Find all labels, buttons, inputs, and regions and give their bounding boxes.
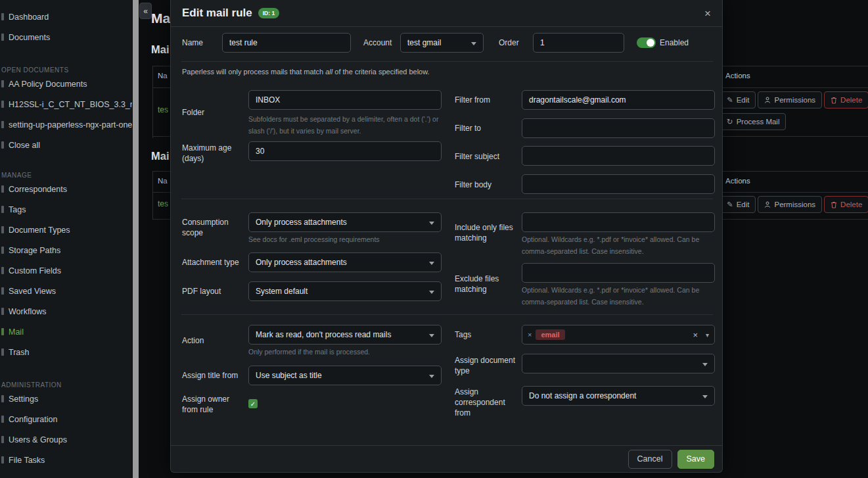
rule-edit-button[interactable]: ✎Edit: [720, 196, 756, 213]
exclude-files-input[interactable]: [522, 263, 715, 283]
assign-owner-checkbox[interactable]: [248, 399, 258, 408]
sidebar-item-open-doc-2[interactable]: H12SSL-i_C_CT_NT_BIOS_3.3_rele...: [0, 94, 132, 114]
attachment-type-value: Only process attachments: [256, 258, 347, 267]
account-delete-button[interactable]: Delete: [824, 91, 868, 108]
rules-table-border: [152, 171, 153, 219]
consumption-scope-label: Consumption scope: [182, 217, 242, 238]
paperless-app: Dashboard Documents OPEN DOCUMENTS AA Po…: [0, 0, 868, 478]
account-select[interactable]: test gmail: [400, 33, 484, 53]
account-actions: ✎Edit Permissions Delete: [720, 91, 868, 108]
sidebar-item-file-tasks[interactable]: File Tasks: [0, 450, 132, 470]
button-label: Delete: [840, 96, 862, 104]
maximum-age-input[interactable]: [248, 141, 442, 161]
action-select[interactable]: Mark as read, don't process read mails: [248, 325, 442, 345]
mail-accounts-heading: Mai: [151, 43, 170, 56]
accounts-table-border: [152, 66, 153, 138]
assign-owner-label: Assign owner from rule: [182, 394, 235, 415]
rule-permissions-button[interactable]: Permissions: [758, 196, 822, 213]
tags-clear-icon[interactable]: ×: [693, 330, 698, 340]
filter-to-input[interactable]: [522, 118, 715, 138]
dialog-header: Edit mail rule ID: 1 ×: [171, 0, 722, 27]
rule-delete-button[interactable]: Delete: [824, 196, 868, 213]
sidebar-item-open-doc-1[interactable]: AA Policy Documents: [0, 74, 132, 94]
sidebar-item-settings[interactable]: Settings: [0, 389, 132, 409]
name-input[interactable]: [222, 33, 351, 53]
sidebar-item-documents[interactable]: Documents: [0, 27, 132, 47]
pdf-layout-select[interactable]: System default: [248, 281, 442, 301]
assign-correspondent-from-value: Do not assign a correspondent: [529, 391, 636, 400]
mail-icon: [1, 328, 4, 335]
sidebar-item-users-groups[interactable]: Users & Groups: [0, 429, 132, 450]
sidebar-item-label: Users & Groups: [9, 435, 67, 444]
sidebar-item-mail[interactable]: Mail: [0, 322, 132, 342]
account-edit-button[interactable]: ✎Edit: [720, 91, 756, 108]
include-files-input[interactable]: [522, 212, 715, 232]
sidebar-item-dashboard[interactable]: Dashboard: [0, 7, 132, 27]
filter-body-input[interactable]: [522, 174, 715, 194]
order-label: Order: [499, 37, 519, 48]
divider: [181, 314, 713, 315]
sidebar-item-label: File Tasks: [9, 456, 45, 465]
workflows-icon: [1, 308, 4, 315]
sidebar-item-configuration[interactable]: Configuration: [0, 409, 132, 429]
dashboard-icon: [1, 13, 4, 20]
rule-row-link[interactable]: tes: [158, 199, 168, 208]
sidebar-item-workflows[interactable]: Workflows: [0, 301, 132, 322]
cancel-button[interactable]: Cancel: [628, 450, 672, 469]
sidebar-item-document-types[interactable]: Document Types: [0, 220, 132, 240]
rules-actions-header: Actions: [725, 177, 750, 185]
sidebar-item-trash[interactable]: Trash: [0, 342, 132, 362]
button-label: Edit: [737, 201, 750, 208]
action-hint: Only performed if the mail is processed.: [248, 346, 443, 358]
sidebar-item-close-all[interactable]: Close all: [0, 135, 132, 155]
tag-chip: email: [536, 329, 564, 340]
consumption-scope-select[interactable]: Only process attachments: [248, 212, 442, 232]
chevron-down-icon[interactable]: ▾: [706, 331, 709, 339]
order-input[interactable]: [533, 33, 624, 53]
tag-remove-icon[interactable]: ×: [528, 331, 532, 339]
trash-icon: [831, 201, 837, 208]
close-icon[interactable]: ×: [704, 8, 711, 19]
pdf-layout-label: PDF layout: [182, 286, 221, 297]
documents-icon: [1, 34, 4, 41]
dialog-body: Name Account test gmail Order Enabled Pa…: [171, 27, 722, 445]
attachment-type-select[interactable]: Only process attachments: [248, 252, 442, 272]
sidebar-item-saved-views[interactable]: Saved Views: [0, 281, 132, 301]
name-label: Name: [182, 37, 203, 48]
sidebar-item-label: H12SSL-i_C_CT_NT_BIOS_3.3_rele...: [9, 100, 132, 109]
sidebar-scrollbar[interactable]: [133, 0, 139, 478]
users-groups-icon: [1, 436, 4, 443]
account-permissions-button[interactable]: Permissions: [758, 91, 822, 108]
folder-input[interactable]: [248, 90, 442, 110]
assign-document-type-select[interactable]: [522, 354, 715, 373]
sidebar-item-storage-paths[interactable]: Storage Paths: [0, 240, 132, 260]
sidebar-section-administration: ADMINISTRATION: [0, 374, 132, 389]
consumption-scope-value: Only process attachments: [256, 218, 347, 227]
button-label: Permissions: [774, 201, 815, 208]
sidebar-item-custom-fields[interactable]: Custom Fields: [0, 260, 132, 281]
process-mail-button[interactable]: ↻Process Mail: [720, 113, 786, 130]
account-row-link[interactable]: tes: [158, 105, 168, 114]
filter-body-label: Filter body: [455, 179, 491, 190]
saved-views-icon: [1, 287, 4, 295]
filter-from-input[interactable]: [522, 90, 715, 110]
button-label: Edit: [737, 96, 750, 104]
assign-correspondent-from-select[interactable]: Do not assign a correspondent: [522, 386, 715, 406]
document-icon: [1, 121, 4, 128]
criteria-note-emphasis: all: [325, 68, 332, 76]
enabled-toggle[interactable]: [637, 37, 656, 48]
sidebar-section-open-documents: OPEN DOCUMENTS: [0, 59, 132, 74]
account-process: ↻Process Mail: [720, 113, 786, 130]
tags-select[interactable]: × email × ▾: [522, 325, 715, 345]
sidebar-item-tags[interactable]: Tags: [0, 199, 132, 220]
sidebar-collapse-button[interactable]: «: [139, 3, 152, 19]
sidebar-item-correspondents[interactable]: Correspondents: [0, 179, 132, 199]
filter-subject-input[interactable]: [522, 146, 715, 166]
save-button[interactable]: Save: [677, 450, 715, 469]
include-files-hint: Optional. Wildcards e.g. *.pdf or *invoi…: [522, 233, 716, 257]
sidebar-item-open-doc-3[interactable]: setting-up-paperless-ngx-part-one: [0, 114, 132, 135]
tags-label: Tags: [455, 329, 471, 340]
button-label: Permissions: [774, 96, 815, 104]
assign-title-from-select[interactable]: Use subject as title: [248, 366, 442, 385]
pdf-layout-value: System default: [256, 287, 308, 296]
